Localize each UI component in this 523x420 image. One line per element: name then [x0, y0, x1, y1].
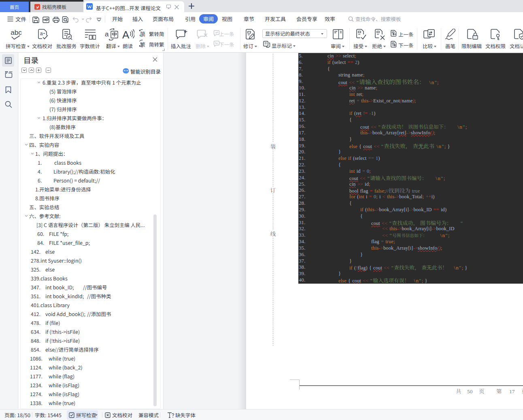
svg-text:a: a: [105, 30, 109, 38]
svg-text:a: a: [40, 31, 43, 36]
svg-text:A: A: [122, 29, 130, 40]
